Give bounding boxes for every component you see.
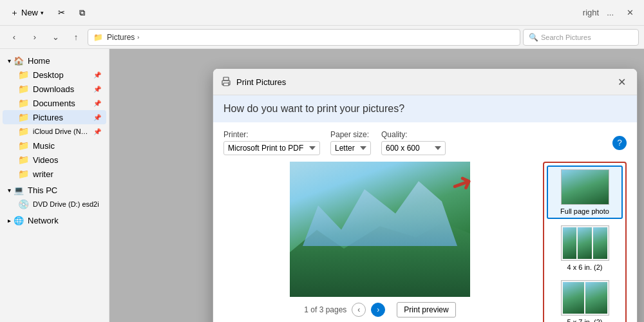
help-button[interactable]: ? (612, 136, 627, 150)
sidebar-item-desktop-label: Desktop (33, 70, 64, 80)
print-dialog: Print Pictures ✕ How do you want to prin… (213, 68, 638, 322)
dvd-icon: 💿 (18, 199, 29, 209)
sidebar-item-documents[interactable]: 📁 Documents 📌 (3, 96, 106, 110)
up-button[interactable]: ↑ (67, 28, 85, 46)
quality-label: Quality: (381, 130, 446, 139)
search-bar[interactable]: 🔍 Search Pictures (523, 29, 639, 46)
layout-option-4x6[interactable]: 4 x 6 in. (2) (547, 223, 623, 274)
4x6-img2 (578, 227, 592, 259)
sidebar-item-writer-label: writer (33, 169, 53, 179)
dialog-header-text: How do you want to print your pictures? (223, 103, 404, 114)
sidebar-item-music[interactable]: 📁 Music (3, 138, 106, 153)
quality-select[interactable]: 600 x 600 (381, 141, 446, 155)
sidebar-item-videos-label: Videos (33, 155, 59, 165)
print-preview-button[interactable]: Print preview (397, 302, 455, 317)
dialog-close-button[interactable]: ✕ (614, 74, 629, 90)
network-icon: 🌐 (14, 216, 24, 225)
sidebar-item-documents-label: Documents (33, 99, 75, 108)
sidebar-network-label: Network (28, 216, 59, 225)
paper-field: Paper size: Letter (330, 130, 371, 155)
preview-nav: 1 of 3 pages ‹ › Print preview (304, 302, 455, 317)
printer-select[interactable]: Microsoft Print to PDF (223, 141, 320, 155)
sidebar-item-videos[interactable]: 📁 Videos (3, 153, 106, 167)
new-button[interactable]: ＋ New ▾ (5, 5, 49, 21)
sidebar-item-icloud[interactable]: 📁 iCloud Drive (N… 📌 (3, 124, 106, 138)
sidebar-item-dvd-label: DVD Drive (D:) esd2i (33, 200, 99, 208)
videos-folder-icon: 📁 (18, 155, 29, 165)
desktop-folder-icon: 📁 (18, 70, 29, 80)
4x6-img1 (563, 227, 577, 259)
svg-rect-1 (223, 77, 229, 80)
pictures-folder-icon: 📁 (18, 112, 29, 122)
copy-icon: ⧉ (79, 8, 85, 18)
sidebar-home-header[interactable]: ▾ 🏠 Home (3, 54, 106, 68)
print-content: 1 of 3 pages ‹ › Print preview (223, 162, 627, 322)
4x6-img3 (593, 227, 607, 259)
printer-icon (221, 77, 231, 87)
sidebar-item-desktop[interactable]: 📁 Desktop 📌 (3, 68, 106, 82)
more-options-button[interactable]: ... (601, 5, 619, 20)
thispc-icon: 💻 (14, 185, 24, 195)
svg-point-3 (228, 82, 229, 83)
next-page-button[interactable]: › (371, 303, 385, 317)
downloads-folder-icon: 📁 (18, 84, 29, 94)
sidebar-item-downloads-label: Downloads (33, 84, 74, 94)
sidebar-item-pictures[interactable]: 📁 Pictures 📌 (3, 110, 106, 124)
new-label: New (21, 8, 38, 17)
preview-area: 1 of 3 pages ‹ › Print preview (223, 162, 536, 322)
pictures-pin-icon: 📌 (93, 114, 101, 121)
4x6-label: 4 x 6 in. (2) (567, 263, 602, 271)
toolbar-right: right ... ✕ (583, 5, 639, 20)
sidebar-item-dvd[interactable]: 💿 DVD Drive (D:) esd2i (3, 197, 106, 211)
search-placeholder: Search Pictures (541, 33, 591, 41)
sidebar-network-header[interactable]: ▸ 🌐 Network (3, 214, 106, 227)
5x7-img2 (585, 282, 607, 314)
4x6-thumb (561, 225, 609, 261)
music-folder-icon: 📁 (18, 140, 29, 151)
nav-bar: ‹ › ⌄ ↑ 📁 Pictures › 🔍 Search Pictures (0, 26, 644, 49)
paper-select[interactable]: Letter (330, 141, 371, 155)
paper-label: Paper size: (330, 130, 371, 139)
prev-page-button[interactable]: ‹ (352, 303, 366, 317)
dialog-title-text: Print Pictures (236, 77, 286, 87)
sidebar-thispc-header[interactable]: ▾ 💻 This PC (3, 184, 106, 197)
toolbar-right-text: right (583, 8, 599, 17)
top-bar: ＋ New ▾ ✂ ⧉ right ... ✕ (0, 0, 644, 26)
recent-button[interactable]: ⌄ (46, 28, 64, 46)
icloud-pin-icon: 📌 (93, 128, 101, 135)
content-area: ➜ Print Pictures ✕ How do you want to pr… (109, 49, 644, 322)
back-button[interactable]: ‹ (5, 28, 23, 46)
sidebar-item-writer[interactable]: 📁 writer (3, 167, 106, 181)
new-chevron-icon: ▾ (41, 10, 44, 16)
address-bar[interactable]: 📁 Pictures › (88, 29, 520, 46)
fullpage-label: Full page photo (560, 207, 609, 215)
layout-options-panel: Full page photo 4 x 6 in. (2) (543, 162, 627, 322)
more-options-icon: ... (607, 8, 614, 17)
forward-button[interactable]: › (26, 28, 44, 46)
dialog-titlebar: Print Pictures ✕ (213, 69, 637, 95)
printer-field: Printer: Microsoft Print to PDF (223, 130, 320, 155)
dialog-controls-row: Printer: Microsoft Print to PDF Paper si… (223, 130, 627, 155)
5x7-label: 5 x 7 in. (2) (567, 318, 602, 322)
writer-folder-icon: 📁 (18, 169, 29, 179)
sidebar-home-label: Home (28, 56, 50, 66)
close-button[interactable]: ✕ (621, 5, 639, 20)
fullpage-thumb (561, 169, 609, 205)
address-text: Pictures (107, 33, 135, 42)
cut-button[interactable]: ✂ (53, 5, 70, 20)
desktop-pin-icon: 📌 (93, 71, 101, 79)
new-icon: ＋ (10, 7, 19, 19)
print-preview-label: Print preview (404, 305, 448, 314)
layout-option-5x7[interactable]: 5 x 7 in. (2) (547, 278, 623, 322)
sidebar: ▾ 🏠 Home 📁 Desktop 📌 📁 Downloads 📌 📁 Doc… (0, 49, 109, 322)
search-icon: 🔍 (529, 33, 538, 42)
layout-option-fullpage[interactable]: Full page photo (547, 166, 623, 219)
network-chevron-icon: ▸ (8, 217, 11, 224)
icloud-folder-icon: 📁 (18, 126, 29, 137)
dialog-header: How do you want to print your pictures? (213, 95, 637, 122)
copy-button[interactable]: ⧉ (74, 5, 90, 21)
downloads-pin-icon: 📌 (93, 86, 101, 93)
main-layout: ▾ 🏠 Home 📁 Desktop 📌 📁 Downloads 📌 📁 Doc… (0, 49, 644, 322)
sidebar-item-music-label: Music (33, 141, 55, 151)
sidebar-item-downloads[interactable]: 📁 Downloads 📌 (3, 82, 106, 96)
